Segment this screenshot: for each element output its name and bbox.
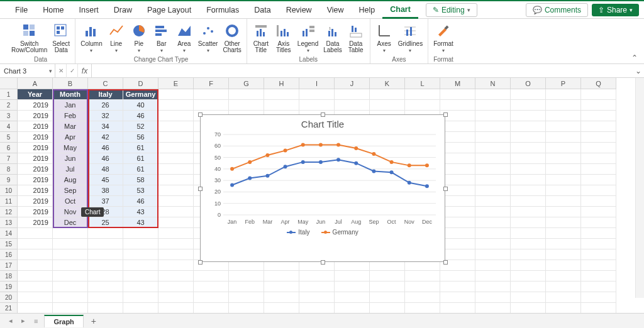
cell[interactable]: 53 <box>123 185 158 196</box>
cell[interactable] <box>370 303 405 313</box>
cell[interactable]: 2019 <box>18 217 53 228</box>
cell[interactable]: Germany <box>123 89 158 100</box>
cell[interactable] <box>581 164 616 175</box>
resize-handle[interactable] <box>198 260 203 265</box>
column-header[interactable]: I <box>299 78 335 89</box>
cell[interactable] <box>475 143 511 153</box>
cell[interactable] <box>475 132 511 143</box>
row-header[interactable]: 3 <box>0 111 18 121</box>
cell[interactable]: Year <box>18 89 53 100</box>
area-chart-button[interactable]: Area▾ <box>175 22 193 54</box>
cell[interactable] <box>123 228 158 239</box>
cell[interactable] <box>405 303 440 313</box>
resize-handle[interactable] <box>321 112 325 117</box>
cell[interactable]: 43 <box>123 217 158 228</box>
cell[interactable] <box>335 282 370 292</box>
sheet-list-button[interactable]: ≡ <box>31 317 40 325</box>
confirm-formula-button[interactable]: ✓ <box>67 64 78 78</box>
cell[interactable] <box>88 292 123 303</box>
tab-draw[interactable]: Draw <box>106 1 140 19</box>
cell[interactable]: 2019 <box>18 153 53 164</box>
cell[interactable]: 61 <box>123 143 158 153</box>
column-header[interactable]: J <box>335 78 370 89</box>
cell[interactable] <box>405 100 440 111</box>
cell[interactable] <box>53 271 88 282</box>
cell[interactable]: 46 <box>123 111 158 121</box>
cell[interactable]: Dec <box>53 217 88 228</box>
cell[interactable] <box>511 196 546 207</box>
row-header[interactable]: 17 <box>0 260 18 271</box>
cell[interactable] <box>440 196 475 207</box>
cell[interactable] <box>264 271 299 282</box>
cell[interactable] <box>581 260 616 271</box>
cell[interactable] <box>405 271 440 282</box>
cell[interactable] <box>229 303 264 313</box>
cell[interactable] <box>511 249 546 260</box>
cell[interactable] <box>299 292 335 303</box>
cell[interactable]: 2019 <box>18 185 53 196</box>
cell[interactable] <box>194 89 229 100</box>
cell[interactable] <box>158 121 194 132</box>
cell[interactable]: 43 <box>123 207 158 217</box>
resize-handle[interactable] <box>443 260 448 265</box>
cell[interactable]: 52 <box>123 121 158 132</box>
cell[interactable] <box>53 260 88 271</box>
row-header[interactable]: 10 <box>0 185 18 196</box>
cell[interactable] <box>546 111 581 121</box>
cell[interactable] <box>194 292 229 303</box>
cell[interactable] <box>581 217 616 228</box>
cell[interactable] <box>18 239 53 249</box>
cell[interactable] <box>511 207 546 217</box>
cell[interactable] <box>158 164 194 175</box>
cell[interactable] <box>194 100 229 111</box>
resize-handle[interactable] <box>321 260 325 265</box>
cell[interactable] <box>123 260 158 271</box>
cell[interactable] <box>440 207 475 217</box>
cell[interactable]: 45 <box>88 175 123 185</box>
cell[interactable] <box>53 292 88 303</box>
cell[interactable] <box>194 303 229 313</box>
cell[interactable] <box>440 100 475 111</box>
cell[interactable] <box>581 239 616 249</box>
cell[interactable] <box>123 239 158 249</box>
cell[interactable] <box>299 89 335 100</box>
cell[interactable] <box>511 217 546 228</box>
cell[interactable]: 46 <box>88 143 123 153</box>
cell[interactable] <box>511 143 546 153</box>
cell[interactable] <box>53 228 88 239</box>
cell[interactable] <box>158 282 194 292</box>
cell[interactable] <box>335 292 370 303</box>
resize-handle[interactable] <box>198 112 203 117</box>
column-header[interactable]: K <box>370 78 405 89</box>
cell[interactable] <box>475 185 511 196</box>
sheet-tab-active[interactable]: Graph <box>44 315 83 327</box>
other-charts-button[interactable]: Other Charts <box>223 22 241 54</box>
cell[interactable]: 58 <box>123 175 158 185</box>
column-header[interactable]: C <box>88 78 123 89</box>
cell[interactable] <box>581 249 616 260</box>
bar-chart-button[interactable]: Bar▾ <box>153 22 170 54</box>
line-chart-button[interactable]: Line▾ <box>108 22 125 54</box>
format-button[interactable]: Format▾ <box>433 22 453 54</box>
add-sheet-button[interactable]: + <box>87 316 100 326</box>
row-header[interactable]: 18 <box>0 271 18 282</box>
sheet-nav-next[interactable]: ▸ <box>19 317 28 325</box>
cell[interactable] <box>475 303 511 313</box>
cell[interactable] <box>158 175 194 185</box>
chart-title-button[interactable]: Chart Title <box>252 22 270 54</box>
cell[interactable] <box>581 228 616 239</box>
cell[interactable]: 2019 <box>18 207 53 217</box>
cell[interactable] <box>440 121 475 132</box>
cell[interactable] <box>475 175 511 185</box>
tab-page-layout[interactable]: Page Layout <box>140 1 199 19</box>
cell[interactable] <box>18 249 53 260</box>
share-button[interactable]: ⇪ Share ▾ <box>592 4 639 16</box>
row-header[interactable]: 20 <box>0 292 18 303</box>
cell[interactable] <box>475 111 511 121</box>
cell[interactable] <box>264 292 299 303</box>
cell[interactable]: Aug <box>53 175 88 185</box>
cell[interactable] <box>158 207 194 217</box>
vertical-scrollbar[interactable] <box>635 78 644 298</box>
cell[interactable]: 2019 <box>18 175 53 185</box>
cell[interactable] <box>475 249 511 260</box>
